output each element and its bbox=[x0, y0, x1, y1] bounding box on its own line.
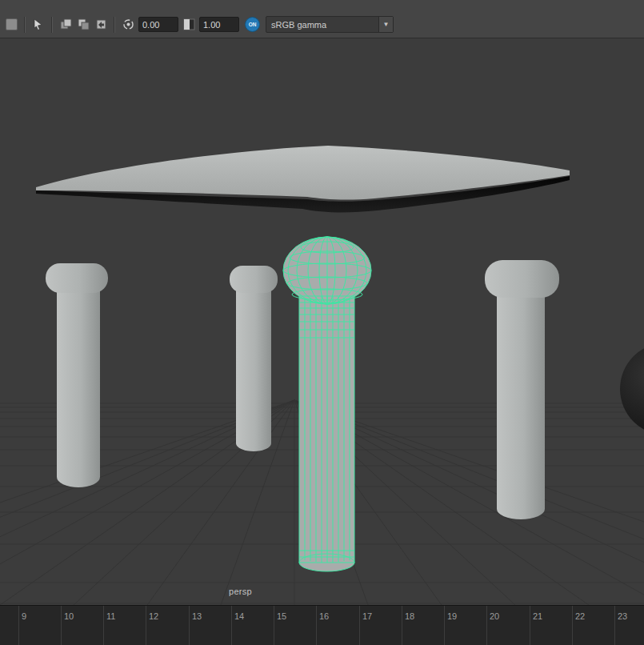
gamma-icon[interactable] bbox=[182, 18, 196, 32]
view-transform-dropdown[interactable]: sRGB gamma ▼ bbox=[266, 16, 394, 33]
sphere-object[interactable] bbox=[620, 343, 644, 435]
table-leg-2[interactable] bbox=[230, 266, 278, 451]
camera-name-label: persp bbox=[229, 587, 252, 596]
table-leg-selected[interactable] bbox=[283, 237, 371, 571]
exposure-icon[interactable] bbox=[121, 18, 135, 32]
color-management-toggle[interactable]: ON bbox=[245, 17, 260, 32]
view-transform-value: sRGB gamma bbox=[266, 20, 378, 30]
divider bbox=[24, 17, 26, 33]
time-slider[interactable]: 9 10 11 12 13 14 15 16 17 18 19 20 21 22… bbox=[0, 605, 644, 645]
gamma-input[interactable] bbox=[199, 17, 239, 32]
table-leg-1[interactable] bbox=[46, 263, 108, 487]
renderer-icon[interactable] bbox=[4, 18, 18, 32]
divider bbox=[114, 17, 115, 33]
3d-scene[interactable] bbox=[0, 38, 644, 605]
exposure-input[interactable] bbox=[138, 17, 178, 32]
selection-wireframe bbox=[283, 237, 371, 571]
copy-icon[interactable] bbox=[76, 18, 90, 32]
table-top[interactable] bbox=[36, 146, 570, 212]
chevron-down-icon[interactable]: ▼ bbox=[378, 17, 393, 32]
on-badge-label: ON bbox=[249, 22, 257, 27]
snapshot-icon[interactable] bbox=[58, 18, 73, 32]
viewport-toolbar: ON sRGB gamma ▼ bbox=[0, 0, 644, 38]
divider bbox=[51, 17, 53, 33]
paste-icon[interactable] bbox=[94, 18, 108, 32]
select-cursor-icon[interactable] bbox=[31, 18, 46, 32]
perspective-viewport[interactable]: persp bbox=[0, 38, 644, 605]
